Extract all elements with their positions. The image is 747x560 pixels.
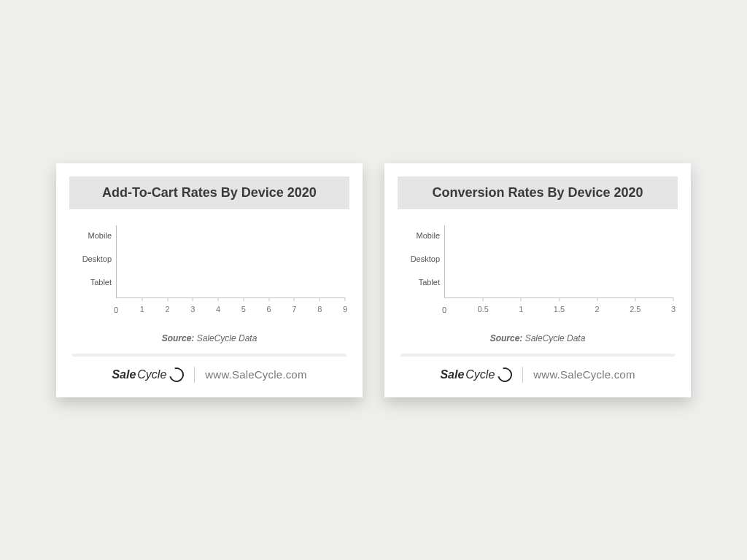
brand-url: www.SaleCycle.com <box>533 368 635 381</box>
salecycle-logo: SaleCycle <box>440 368 512 382</box>
divider <box>522 367 523 383</box>
bar-value-label: 1.98% <box>448 250 471 268</box>
cycle-icon <box>167 365 187 384</box>
x-tick-label: 5 <box>241 305 246 314</box>
cycle-icon <box>495 365 515 384</box>
brand-row: SaleCycle www.SaleCycle.com <box>398 367 678 390</box>
chart-area: Mobile Desktop Tablet 1.81% 1.98% 2.92% … <box>398 225 678 320</box>
x-tick-label: 1 <box>519 305 523 314</box>
x-tick-label: 9 <box>343 305 347 314</box>
y-tick-label: Mobile <box>69 231 112 240</box>
x-tick-label: 1.5 <box>554 305 565 314</box>
source-prefix: Source: <box>162 333 195 343</box>
x-tick-label: 0 <box>442 306 446 314</box>
x-tick-label: 2.5 <box>630 305 640 314</box>
x-tick-label: 8 <box>317 305 322 314</box>
chart-card-conversion: Conversion Rates By Device 2020 Mobile D… <box>384 163 691 397</box>
y-tick-label: Tablet <box>398 278 440 287</box>
chart-title: Add-To-Cart Rates By Device 2020 <box>69 176 349 209</box>
brand-row: SaleCycle www.SaleCycle.com <box>69 367 349 390</box>
source-text: SaleCycle Data <box>197 333 258 343</box>
x-tick-label: 2 <box>595 305 600 314</box>
x-tick-label: 1 <box>140 305 144 314</box>
bar-value-label: 8.96% <box>120 227 142 244</box>
x-tick-label: 3 <box>190 305 195 314</box>
y-tick-label: Desktop <box>398 254 440 263</box>
divider <box>194 367 195 383</box>
x-tick-label: 2 <box>165 305 169 314</box>
page: Add-To-Cart Rates By Device 2020 Mobile … <box>0 0 747 560</box>
chart-area: Mobile Desktop Tablet 8.96% 4.35% 8.30% <box>69 225 349 320</box>
bar-value-label: 4.35% <box>120 250 142 268</box>
x-tick-label: 0.5 <box>477 305 488 314</box>
plot-area: 1.81% 1.98% 2.92% 0.5 1 1.5 2 2.5 3 <box>444 225 673 298</box>
brand-url: www.SaleCycle.com <box>205 368 306 381</box>
x-tick-label: 4 <box>216 305 220 314</box>
bar-value-label: 2.92% <box>448 273 471 291</box>
source-text: SaleCycle Data <box>525 333 586 343</box>
x-tick-label: 0 <box>114 306 118 314</box>
x-tick-label: 7 <box>292 305 296 314</box>
divider <box>72 354 347 357</box>
y-tick-label: Mobile <box>398 231 440 240</box>
x-tick-label: 6 <box>267 305 271 314</box>
logo-text: Cycle <box>137 368 166 381</box>
divider <box>400 354 675 357</box>
y-tick-label: Tablet <box>69 278 112 287</box>
bar-value-label: 8.30% <box>120 273 142 291</box>
x-tick-label: 3 <box>671 305 676 314</box>
plot-area: 8.96% 4.35% 8.30% 1 2 3 4 5 6 7 8 <box>116 225 345 298</box>
logo-text: Cycle <box>465 368 495 381</box>
y-tick-label: Desktop <box>69 254 112 263</box>
chart-source: Source: SaleCycle Data <box>69 333 349 343</box>
chart-card-add-to-cart: Add-To-Cart Rates By Device 2020 Mobile … <box>56 163 363 397</box>
source-prefix: Source: <box>490 333 523 343</box>
salecycle-logo: SaleCycle <box>112 368 184 382</box>
bar-value-label: 1.81% <box>448 227 471 244</box>
logo-text: Sale <box>440 368 464 381</box>
chart-source: Source: SaleCycle Data <box>398 333 678 343</box>
logo-text: Sale <box>112 368 136 381</box>
chart-title: Conversion Rates By Device 2020 <box>398 176 678 209</box>
